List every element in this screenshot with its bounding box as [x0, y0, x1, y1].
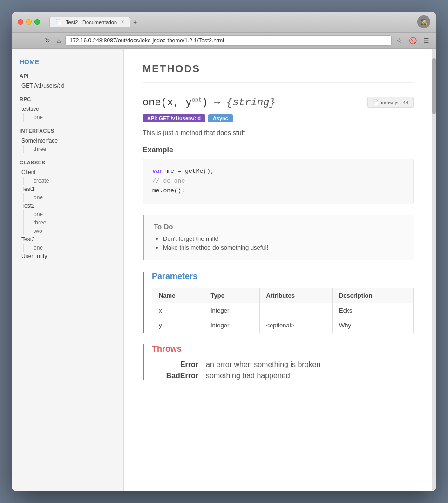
badge-api: API: GET /v1/users/:id — [143, 114, 205, 122]
param-y-type: integer — [204, 318, 259, 333]
file-ref-text: index.js : 44 — [381, 100, 408, 105]
close-button[interactable] — [18, 19, 23, 25]
stop-button[interactable]: 🚫 — [407, 36, 419, 45]
example-heading: Example — [143, 146, 414, 154]
back-button[interactable]: ← — [17, 36, 27, 45]
page-title: METHODS — [143, 63, 414, 83]
sidebar-item-test2-one[interactable]: one — [23, 210, 116, 218]
browser-tab[interactable]: 📄 Test2 - Documentation ✕ — [49, 17, 130, 27]
file-reference: 📄 index.js : 44 — [367, 97, 414, 108]
parameters-table: Name Type Attributes Description x integ… — [152, 288, 414, 333]
code-line-1: var me = getMe(); — [152, 167, 404, 177]
code-keyword-var: var — [152, 168, 163, 175]
sidebar-item-userentity[interactable]: UserEntity — [20, 252, 116, 260]
address-bar[interactable]: 172.16.0.248:8087/out/docs/loke-jsdoc-th… — [65, 35, 392, 46]
code-line-3: me.one(); — [152, 186, 404, 196]
table-row: y integer <optional> Why — [152, 318, 414, 333]
throws-baderror-desc: something bad happened — [206, 372, 290, 380]
arrow-symbol: → — [214, 97, 220, 109]
col-attributes: Attributes — [259, 288, 332, 303]
param-x-type: integer — [204, 303, 259, 318]
param-x-desc: Ecks — [332, 303, 413, 318]
todo-list: Don't forget the milk! Make this method … — [154, 235, 404, 251]
param-x-attrs — [259, 303, 332, 318]
throws-section: Throws Error an error when something is … — [143, 344, 414, 380]
sidebar-section-classes: CLASSES — [20, 160, 116, 165]
method-signature: one(x, yopt) → {string} — [143, 97, 276, 109]
throws-error-desc: an error when something is broken — [206, 360, 320, 369]
todo-box: To Do Don't forget the milk! Make this m… — [143, 215, 414, 260]
method-header: one(x, yopt) → {string} 📄 index.js : 44 — [143, 97, 414, 109]
parameters-section: Parameters Name Type Attributes Descript… — [143, 272, 414, 333]
menu-button[interactable]: ☰ — [421, 36, 431, 45]
tab-close-icon[interactable]: ✕ — [121, 20, 124, 25]
badge-async: Async — [208, 114, 233, 122]
url-text: 172.16.0.248:8087/out/docs/loke-jsdoc-th… — [69, 37, 224, 44]
return-type: {string} — [226, 97, 276, 109]
sidebar-item-testsvc[interactable]: testsvc — [20, 105, 116, 113]
sidebar-item-test2[interactable]: Test2 — [20, 202, 116, 210]
table-header-row: Name Type Attributes Description — [152, 288, 414, 303]
sidebar-item-someinterface[interactable]: SomeInterface — [20, 136, 116, 145]
traffic-lights — [18, 19, 40, 25]
main-content: METHODS one(x, yopt) → {string} 📄 index.… — [124, 49, 432, 491]
todo-title: To Do — [154, 223, 404, 231]
home-button[interactable]: ⌂ — [55, 36, 62, 45]
sidebar-section-api: API — [20, 73, 116, 79]
throws-title: Throws — [152, 344, 414, 354]
sidebar-item-test2-three[interactable]: three — [23, 218, 116, 227]
code-line-1-rest: me = getMe(); — [167, 168, 214, 175]
sidebar-home-link[interactable]: HOME — [20, 58, 116, 66]
sidebar-item-test3-one[interactable]: one — [23, 244, 116, 252]
param-y-attrs: <optional> — [259, 318, 332, 333]
code-line-3-text: me.one(); — [152, 187, 185, 194]
browser-window: 📄 Test2 - Documentation ✕ + 🕵 ← → ↻ ⌂ 17… — [12, 12, 436, 491]
maximize-button[interactable] — [34, 19, 40, 25]
todo-item-2: Make this method do something useful! — [163, 244, 404, 251]
tab-title: Test2 - Documentation — [66, 20, 117, 25]
throws-row-1: Error an error when something is broken — [152, 360, 414, 369]
file-icon: 📄 — [373, 99, 379, 105]
sidebar-section-rpc: RPC — [20, 96, 116, 102]
code-block: var me = getMe(); // do one me.one(); — [143, 159, 414, 204]
bookmark-button[interactable]: ☆ — [394, 36, 404, 45]
method-description: This is just a method that does stuff — [143, 129, 414, 136]
sidebar-item-get-users[interactable]: GET /v1/users/:id — [20, 82, 116, 90]
parameters-title: Parameters — [152, 272, 414, 281]
browser-content: HOME API GET /v1/users/:id RPC testsvc o… — [12, 49, 436, 491]
sidebar-item-create[interactable]: create — [23, 177, 116, 185]
col-name: Name — [152, 288, 204, 303]
method-name: one — [143, 97, 161, 109]
opt-label: opt — [192, 97, 202, 103]
sidebar-item-client[interactable]: Client — [20, 168, 116, 177]
sidebar-item-test2-two[interactable]: two — [23, 227, 116, 235]
scrollbar[interactable] — [432, 49, 436, 491]
refresh-button[interactable]: ↻ — [43, 36, 52, 45]
scrollbar-thumb[interactable] — [432, 58, 436, 114]
todo-item-1: Don't forget the milk! — [163, 235, 404, 242]
new-tab-button[interactable]: + — [130, 18, 140, 27]
sidebar-item-rpc-one[interactable]: one — [23, 113, 116, 122]
sidebar-item-test3[interactable]: Test3 — [20, 235, 116, 244]
throws-row-2: BadError something bad happened — [152, 372, 414, 380]
browser-toolbar: ← → ↻ ⌂ 172.16.0.248:8087/out/docs/loke-… — [12, 33, 436, 49]
sidebar-item-test1-one[interactable]: one — [23, 193, 116, 202]
col-type: Type — [204, 288, 259, 303]
col-description: Description — [332, 288, 413, 303]
code-line-2: // do one — [152, 177, 404, 186]
example-section: Example var me = getMe(); // do one me.o… — [143, 146, 414, 204]
browser-titlebar: 📄 Test2 - Documentation ✕ + 🕵 — [12, 12, 436, 33]
method-block: one(x, yopt) → {string} 📄 index.js : 44 … — [143, 97, 414, 380]
sidebar-section-interfaces: INTERFACES — [20, 128, 116, 134]
sidebar-item-test1[interactable]: Test1 — [20, 185, 116, 193]
table-row: x integer Ecks — [152, 303, 414, 318]
sidebar-item-interface-three[interactable]: three — [23, 145, 116, 153]
minimize-button[interactable] — [26, 19, 32, 25]
sidebar: HOME API GET /v1/users/:id RPC testsvc o… — [12, 49, 124, 491]
code-comment: // do one — [152, 177, 185, 184]
throws-baderror-name: BadError — [152, 372, 198, 380]
method-badges: API: GET /v1/users/:id Async — [143, 114, 414, 122]
agent-avatar: 🕵 — [417, 15, 430, 28]
forward-button[interactable]: → — [30, 36, 40, 45]
param-y-desc: Why — [332, 318, 413, 333]
